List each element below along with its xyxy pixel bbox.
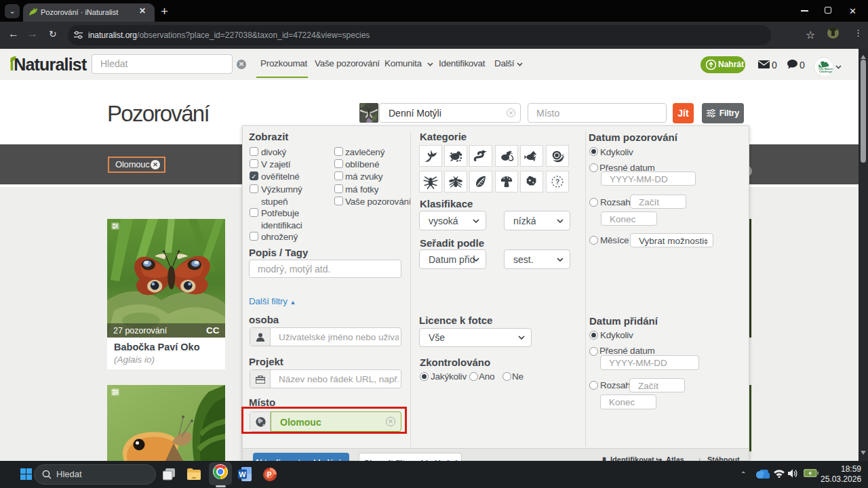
svg-text:?: ? bbox=[555, 178, 559, 186]
svg-text:27 pozorování: 27 pozorování bbox=[113, 326, 167, 336]
svg-text:Challenge: Challenge bbox=[819, 70, 833, 73]
svg-text:CC: CC bbox=[206, 325, 220, 336]
svg-text:P: P bbox=[267, 471, 272, 479]
svg-text:W: W bbox=[239, 470, 246, 479]
